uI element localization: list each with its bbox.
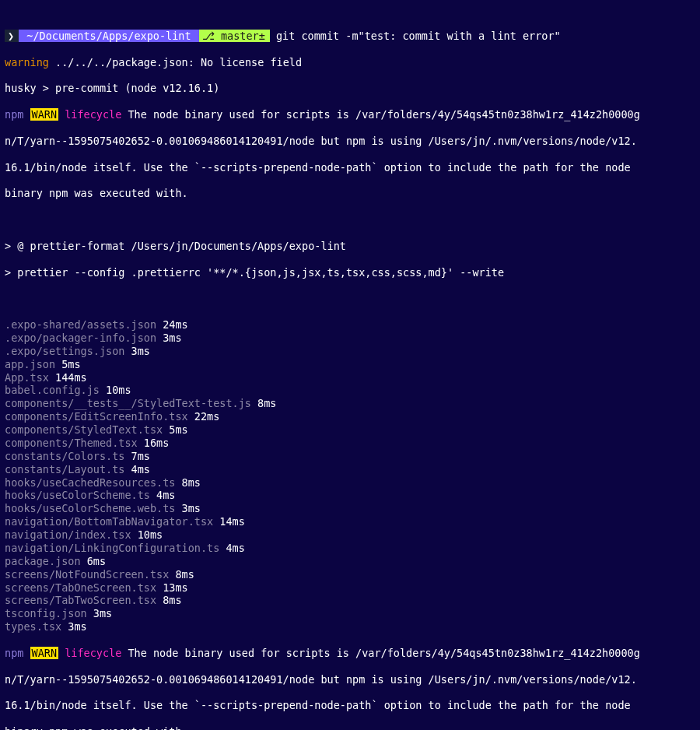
file-name: components/EditScreenInfo.tsx [5, 410, 188, 423]
log-line: binary npm was executed with. [5, 187, 695, 200]
prettier-file-line: app.json 5ms [5, 358, 695, 371]
file-name: components/StyledText.tsx [5, 423, 163, 436]
npm-label: npm [5, 108, 23, 121]
prettier-file-line: components/__tests__/StyledText-test.js … [5, 397, 695, 410]
terminal[interactable]: ❯ ~/Documents/Apps/expo-lint ⎇ master± g… [0, 0, 700, 730]
file-name: tsconfig.json [5, 607, 87, 619]
warn-badge: WARN [30, 108, 59, 121]
file-time: 144ms [49, 371, 87, 384]
file-name: .expo/settings.json [5, 345, 124, 357]
prompt-chevron: ❯ [5, 30, 19, 42]
blank-line [5, 213, 695, 226]
file-name: .expo-shared/assets.json [5, 318, 156, 331]
prettier-file-line: components/StyledText.tsx 5ms [5, 423, 695, 437]
typed-command: git commit -m"test: commit with a lint e… [276, 30, 561, 42]
file-time: 7ms [124, 450, 150, 462]
blank-line [5, 292, 695, 305]
prettier-file-line: package.json 6ms [5, 555, 695, 568]
file-time: 8ms [175, 476, 201, 489]
warning-label: warning [5, 56, 49, 68]
file-name: package.json [5, 555, 81, 567]
prompt-line-1: ❯ ~/Documents/Apps/expo-lint ⎇ master± g… [5, 30, 695, 43]
file-time: 16ms [138, 437, 170, 449]
log-line: npm WARN lifecycle The node binary used … [5, 108, 695, 121]
npm-label: npm [5, 647, 23, 659]
file-time: 4ms [219, 542, 245, 554]
log-line: npm WARN lifecycle The node binary used … [5, 647, 695, 660]
file-name: screens/TabTwoScreen.tsx [5, 594, 156, 606]
file-name: hooks/useColorScheme.ts [5, 489, 150, 501]
file-time: 14ms [213, 515, 245, 528]
file-name: hooks/useColorScheme.web.ts [5, 502, 175, 514]
prettier-file-line: constants/Layout.ts 4ms [5, 463, 695, 476]
prettier-file-line: navigation/LinkingConfiguration.ts 4ms [5, 542, 695, 555]
file-time: 3ms [61, 620, 87, 633]
warn-badge: WARN [30, 647, 59, 659]
file-time: 4ms [124, 463, 150, 476]
file-time: 22ms [188, 410, 220, 423]
prettier-file-line: hooks/useCachedResources.ts 8ms [5, 476, 695, 490]
file-name: screens/NotFoundScreen.tsx [5, 568, 169, 581]
file-time: 8ms [251, 397, 277, 409]
file-time: 3ms [175, 502, 201, 514]
file-name: navigation/LinkingConfiguration.ts [5, 542, 219, 554]
file-time: 5ms [55, 358, 81, 370]
prettier-file-list: .expo-shared/assets.json 24ms.expo/packa… [5, 318, 695, 633]
file-name: babel.config.js [5, 384, 100, 396]
file-name: hooks/useCachedResources.ts [5, 476, 175, 489]
file-time: 10ms [100, 384, 131, 396]
file-time: 3ms [87, 607, 113, 619]
prettier-file-line: components/EditScreenInfo.tsx 22ms [5, 410, 695, 423]
log-line: > prettier --config .prettierrc '**/*.{j… [5, 266, 695, 279]
log-line: 16.1/bin/node itself. Use the `--scripts… [5, 161, 695, 174]
file-time: 3ms [156, 332, 182, 344]
lifecycle-label: lifecycle [65, 108, 121, 121]
file-name: components/Themed.tsx [5, 437, 138, 449]
log-line: n/T/yarn--1595075402652-0.00106948601412… [5, 135, 695, 148]
file-name: types.tsx [5, 620, 61, 633]
prettier-file-line: .expo/packager-info.json 3ms [5, 332, 695, 345]
file-time: 10ms [131, 528, 163, 541]
prettier-file-line: constants/Colors.ts 7ms [5, 450, 695, 463]
log-line: warning ../../../package.json: No licens… [5, 56, 695, 69]
file-time: 24ms [156, 318, 188, 331]
prettier-file-line: components/Themed.tsx 16ms [5, 437, 695, 450]
prettier-file-line: babel.config.js 10ms [5, 384, 695, 397]
log-line: binary npm was executed with. [5, 725, 695, 730]
file-name: constants/Layout.ts [5, 463, 124, 476]
file-name: components/__tests__/StyledText-test.js [5, 397, 251, 409]
prettier-file-line: navigation/index.tsx 10ms [5, 528, 695, 542]
file-time: 8ms [156, 594, 182, 606]
prettier-file-line: screens/TabOneScreen.tsx 13ms [5, 581, 695, 595]
prettier-file-line: screens/TabTwoScreen.tsx 8ms [5, 594, 695, 607]
prompt-path: ~/Documents/Apps/expo-lint [19, 30, 199, 42]
file-name: screens/TabOneScreen.tsx [5, 581, 156, 594]
log-line: n/T/yarn--1595075402652-0.00106948601412… [5, 673, 695, 686]
prompt-branch: ⎇ master± [199, 30, 270, 42]
log-line: husky > pre-commit (node v12.16.1) [5, 82, 695, 95]
prettier-file-line: .expo-shared/assets.json 24ms [5, 318, 695, 332]
prettier-file-line: tsconfig.json 3ms [5, 607, 695, 620]
prettier-file-line: types.tsx 3ms [5, 620, 695, 633]
file-name: constants/Colors.ts [5, 450, 124, 462]
file-name: App.tsx [5, 371, 49, 384]
file-time: 8ms [169, 568, 194, 581]
prettier-file-line: navigation/BottomTabNavigator.tsx 14ms [5, 515, 695, 528]
file-time: 13ms [156, 581, 188, 594]
prettier-file-line: screens/NotFoundScreen.tsx 8ms [5, 568, 695, 581]
file-time: 5ms [163, 423, 188, 436]
file-time: 3ms [124, 345, 150, 357]
log-line: > @ prettier-format /Users/jn/Documents/… [5, 240, 695, 253]
log-line: 16.1/bin/node itself. Use the `--scripts… [5, 699, 695, 712]
file-name: app.json [5, 358, 55, 370]
lifecycle-label: lifecycle [65, 647, 121, 659]
prettier-file-line: hooks/useColorScheme.ts 4ms [5, 489, 695, 502]
git-branch-icon: ⎇ [202, 30, 215, 42]
file-name: navigation/BottomTabNavigator.tsx [5, 515, 213, 528]
file-time: 6ms [81, 555, 107, 567]
prettier-file-line: .expo/settings.json 3ms [5, 345, 695, 358]
file-name: navigation/index.tsx [5, 528, 131, 541]
prettier-file-line: App.tsx 144ms [5, 371, 695, 384]
file-name: .expo/packager-info.json [5, 332, 156, 344]
prettier-file-line: hooks/useColorScheme.web.ts 3ms [5, 502, 695, 515]
